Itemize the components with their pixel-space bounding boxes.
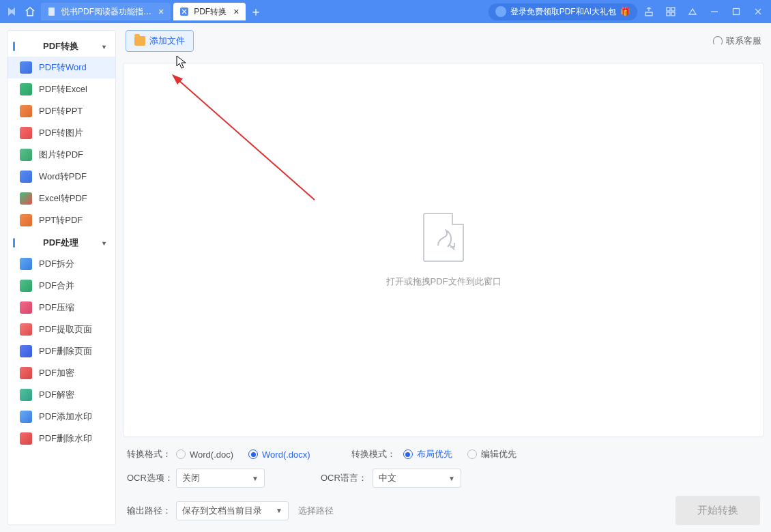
ocr-lang-select[interactable]: 中文 ▼ xyxy=(373,469,461,488)
sidebar-item-1-7[interactable]: PDF添加水印 xyxy=(8,406,115,428)
chevron-down-icon: ▾ xyxy=(102,43,106,50)
ic-encrypt-icon xyxy=(20,367,32,379)
radio-icon xyxy=(403,449,413,459)
svg-line-10 xyxy=(178,80,315,200)
tab-close-icon[interactable]: × xyxy=(233,6,239,17)
mode-option-0[interactable]: 布局优先 xyxy=(403,448,452,460)
sidebar-item-label: Excel转PDF xyxy=(39,192,87,205)
sidebar-item-1-0[interactable]: PDF拆分 xyxy=(8,253,115,275)
sidebar-group-0[interactable]: PDF转换▾ xyxy=(8,35,115,57)
tab-1[interactable]: PDF转换× xyxy=(173,3,246,20)
theme-icon[interactable] xyxy=(682,3,703,20)
sidebar-item-label: PPT转PDF xyxy=(39,214,83,226)
sidebar-item-0-5[interactable]: Word转PDF xyxy=(8,166,115,188)
sidebar-item-1-1[interactable]: PDF合并 xyxy=(8,275,115,297)
ic-word-icon xyxy=(20,61,32,74)
radio-label: 布局优先 xyxy=(417,448,452,460)
ic-img-icon xyxy=(20,127,32,139)
sidebar-item-1-3[interactable]: PDF提取页面 xyxy=(8,319,115,340)
sidebar-item-label: PDF添加水印 xyxy=(39,411,92,423)
sidebar: PDF转换▾PDF转WordPDF转ExcelPDF转PPTPDF转图片图片转P… xyxy=(7,30,116,525)
output-value: 保存到文档当前目录 xyxy=(182,505,262,517)
sidebar-item-0-4[interactable]: 图片转PDF xyxy=(8,144,115,166)
extension-icon[interactable] xyxy=(639,3,659,20)
ic-excel-icon xyxy=(20,83,32,95)
ic-word2-icon xyxy=(20,171,32,183)
mode-option-1[interactable]: 编辑优先 xyxy=(467,448,517,460)
file-dropzone[interactable]: 打开或拖拽PDF文件到此窗口 xyxy=(123,63,764,437)
svg-rect-2 xyxy=(667,8,670,11)
caret-down-icon: ▼ xyxy=(276,507,282,514)
svg-rect-3 xyxy=(671,8,675,11)
chevron-down-icon: ▾ xyxy=(102,239,106,247)
sidebar-item-1-4[interactable]: PDF删除页面 xyxy=(8,340,115,362)
tab-label: 悦书PDF阅读器功能指… xyxy=(61,6,151,18)
apps-icon[interactable] xyxy=(660,3,681,20)
format-option-1[interactable]: Word(.docx) xyxy=(248,449,310,460)
ic-wmadd-icon xyxy=(20,411,32,423)
dropzone-hint: 打开或拖拽PDF文件到此窗口 xyxy=(386,276,501,288)
main-area: 添加文件 联系客服 打开或拖拽PDF文件到此窗口 xyxy=(123,30,764,525)
add-file-label: 添加文件 xyxy=(149,35,185,47)
ic-split-icon xyxy=(20,258,32,270)
close-button[interactable] xyxy=(748,3,768,20)
folder-icon xyxy=(134,36,145,46)
sidebar-item-1-2[interactable]: PDF压缩 xyxy=(8,297,115,319)
ocr-lang-value: 中文 xyxy=(379,472,396,484)
options-panel: 转换格式： Word(.doc)Word(.docx) 转换模式： 布局优先编辑… xyxy=(123,445,764,525)
sidebar-item-0-3[interactable]: PDF转图片 xyxy=(8,122,115,144)
format-option-0[interactable]: Word(.doc) xyxy=(176,449,233,460)
ocr-select[interactable]: 关闭 ▼ xyxy=(176,469,265,488)
add-file-button[interactable]: 添加文件 xyxy=(126,30,194,52)
sidebar-item-0-7[interactable]: PPT转PDF xyxy=(8,209,115,231)
new-tab-button[interactable]: ＋ xyxy=(247,3,265,20)
format-label: 转换格式： xyxy=(127,448,176,460)
sidebar-item-label: PDF压缩 xyxy=(39,301,74,314)
sidebar-item-1-8[interactable]: PDF删除水印 xyxy=(8,428,115,449)
sidebar-item-0-1[interactable]: PDF转Excel xyxy=(8,78,115,100)
sidebar-item-label: PDF加密 xyxy=(39,367,74,379)
sidebar-group-1[interactable]: PDF处理▾ xyxy=(8,231,115,253)
sidebar-item-0-6[interactable]: Excel转PDF xyxy=(8,188,115,209)
radio-label: Word(.docx) xyxy=(262,449,310,460)
contact-support-link[interactable]: 联系客服 xyxy=(713,35,761,47)
svg-rect-5 xyxy=(671,12,675,16)
mode-label: 转换模式： xyxy=(351,448,403,460)
sidebar-item-label: Word转PDF xyxy=(39,171,87,183)
caret-down-icon: ▼ xyxy=(252,475,259,482)
svg-rect-0 xyxy=(48,8,55,16)
annotation-arrow xyxy=(164,70,342,234)
sidebar-group-label: PDF处理 xyxy=(43,237,78,249)
sidebar-item-1-6[interactable]: PDF解密 xyxy=(8,384,115,406)
sidebar-item-label: PDF删除页面 xyxy=(39,345,92,357)
ic-excel2-icon xyxy=(20,192,32,205)
sidebar-item-label: PDF合并 xyxy=(39,280,74,292)
minimize-button[interactable] xyxy=(704,3,725,20)
output-label: 输出路径： xyxy=(127,505,176,517)
tab-0[interactable]: 悦书PDF阅读器功能指…× xyxy=(41,3,171,20)
svg-rect-7 xyxy=(733,9,740,15)
tab-close-icon[interactable]: × xyxy=(158,6,164,17)
sidebar-item-0-0[interactable]: PDF转Word xyxy=(8,57,115,78)
pdf-file-icon xyxy=(423,213,464,262)
login-promo-button[interactable]: 登录免费领取PDF和AI大礼包 🎁 xyxy=(489,3,637,20)
ocr-label: OCR选项： xyxy=(127,472,176,484)
choose-path-button[interactable]: 选择路径 xyxy=(298,505,334,517)
home-button[interactable] xyxy=(20,3,40,20)
ic-img2-icon xyxy=(20,149,32,161)
sidebar-item-0-2[interactable]: PDF转PPT xyxy=(8,100,115,122)
sidebar-group-label: PDF转换 xyxy=(43,40,78,53)
radio-icon xyxy=(467,449,477,459)
sidebar-item-1-5[interactable]: PDF加密 xyxy=(8,362,115,384)
app-logo-icon[interactable] xyxy=(3,3,20,20)
ocr-value: 关闭 xyxy=(182,472,200,484)
maximize-button[interactable] xyxy=(726,3,746,20)
ic-wmrem-icon xyxy=(20,432,32,445)
sidebar-item-label: PDF拆分 xyxy=(39,258,74,270)
ocr-lang-label: OCR语言： xyxy=(321,472,373,484)
output-path-select[interactable]: 保存到文档当前目录 ▼ xyxy=(176,501,289,520)
ic-merge-icon xyxy=(20,280,32,292)
start-convert-button[interactable]: 开始转换 xyxy=(675,496,760,525)
sidebar-item-label: 图片转PDF xyxy=(39,149,83,161)
support-label: 联系客服 xyxy=(726,35,761,47)
